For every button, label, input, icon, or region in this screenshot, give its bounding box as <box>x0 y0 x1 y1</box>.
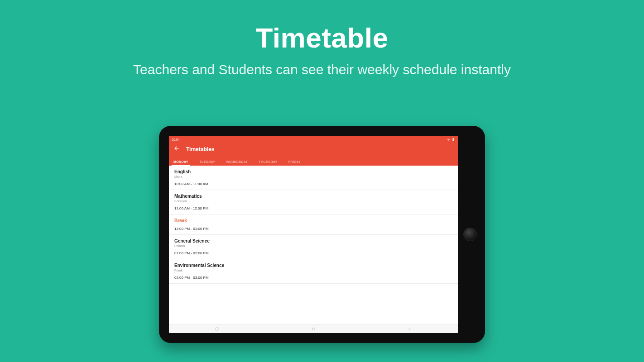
home-button[interactable] <box>463 228 477 241</box>
svg-point-1 <box>312 328 314 330</box>
status-icons <box>447 138 455 142</box>
item-time: 01:00 PM - 02:00 PM <box>174 251 452 255</box>
tablet-frame: 10:04 Timetables MONDAYTUESDAYWEDNESDAYT… <box>159 126 485 343</box>
item-time: 02:00 PM - 03:00 PM <box>174 276 452 280</box>
timetable-list[interactable]: EnglishMaria10:00 AM - 11:00 AMMathemati… <box>169 166 458 324</box>
status-bar: 10:04 <box>169 136 458 143</box>
item-subtitle: Patricia <box>174 244 452 248</box>
hero-title: Timetable <box>0 22 644 54</box>
timetable-item[interactable]: General SciencePatricia01:00 PM - 02:00 … <box>169 235 458 259</box>
hero: Timetable Teachers and Students can see … <box>0 0 644 77</box>
timetable-item[interactable]: Break12:00 PM - 01:00 PM <box>169 214 458 235</box>
tab-thursday[interactable]: THURSDAY <box>257 158 279 166</box>
battery-icon <box>452 138 455 142</box>
tab-friday[interactable]: FRIDAY <box>287 158 303 166</box>
tab-tuesday[interactable]: TUESDAY <box>197 158 217 166</box>
wifi-icon <box>447 138 450 142</box>
item-subtitle: Solomon <box>174 200 452 203</box>
item-title: English <box>174 169 452 174</box>
nav-home-icon[interactable] <box>311 325 316 333</box>
svg-rect-0 <box>216 328 218 330</box>
nav-recent-icon[interactable] <box>215 325 219 333</box>
tab-wednesday[interactable]: WEDNESDAY <box>224 158 250 166</box>
day-tabs: MONDAYTUESDAYWEDNESDAYTHURSDAYFRIDAY <box>169 156 458 166</box>
app-bar-title: Timetables <box>186 146 214 152</box>
status-time: 10:04 <box>172 138 180 141</box>
timetable-item[interactable]: MathematicsSolomon11:00 AM - 12:00 PM <box>169 190 458 214</box>
item-subtitle: Maria <box>174 175 452 178</box>
item-time: 10:00 AM - 11:00 AM <box>174 182 452 186</box>
tab-monday[interactable]: MONDAY <box>172 158 190 166</box>
tablet-screen: 10:04 Timetables MONDAYTUESDAYWEDNESDAYT… <box>169 136 458 333</box>
item-title: Break <box>174 218 452 223</box>
item-time: 11:00 AM - 12:00 PM <box>174 206 452 210</box>
timetable-item[interactable]: EnglishMaria10:00 AM - 11:00 AM <box>169 166 458 190</box>
item-time: 12:00 PM - 01:00 PM <box>174 227 452 231</box>
item-title: Mathematics <box>174 194 452 199</box>
item-subtitle: Frank <box>174 269 452 272</box>
back-icon[interactable] <box>173 145 180 153</box>
app-bar: Timetables <box>169 143 458 156</box>
timetable-item[interactable]: Environmental ScienceFrank02:00 PM - 03:… <box>169 259 458 284</box>
nav-back-icon[interactable] <box>408 325 412 333</box>
system-nav-bar <box>169 324 458 333</box>
item-title: General Science <box>174 238 452 243</box>
hero-subtitle: Teachers and Students can see their week… <box>0 62 644 77</box>
item-title: Environmental Science <box>174 263 452 268</box>
